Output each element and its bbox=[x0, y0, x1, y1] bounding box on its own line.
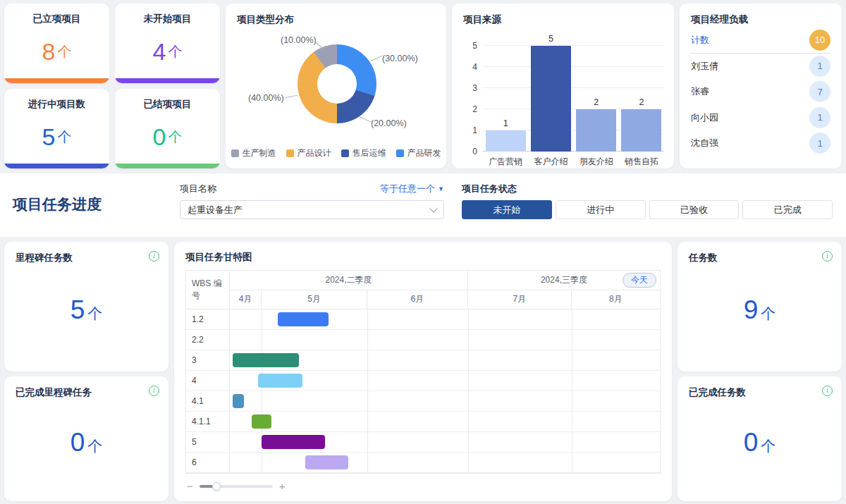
info-icon[interactable]: i bbox=[149, 251, 159, 262]
gantt-wbs-cell: 3 bbox=[186, 350, 229, 371]
gantt-wbs-header: WBS 编号 bbox=[186, 271, 230, 309]
donut-leader-line bbox=[371, 56, 382, 61]
metric-value: 5个 bbox=[4, 295, 168, 325]
gantt-row bbox=[230, 453, 660, 473]
bar[interactable] bbox=[486, 130, 526, 152]
gantt-quarter-label: 2024,二季度 bbox=[230, 271, 468, 290]
gantt-quarter-row: 2024,二季度2024,三季度 bbox=[230, 271, 660, 290]
zoom-in-icon[interactable]: + bbox=[279, 479, 286, 493]
stat-card-accent-bar bbox=[4, 164, 109, 168]
gantt-month-row: 4月5月6月7月8月 bbox=[230, 290, 660, 310]
stat-card-not-started: 未开始项目 4个 bbox=[115, 4, 220, 83]
gantt-task-bar[interactable] bbox=[278, 312, 328, 326]
project-name-label: 项目名称 bbox=[180, 183, 216, 195]
project-stat-cards: 已立项项目 8个 未开始项目 4个 进行中项目数 5个 已结项项目 0个 bbox=[4, 4, 220, 168]
legend-label: 产品研发 bbox=[407, 147, 441, 159]
gantt-month-label: 6月 bbox=[367, 290, 468, 310]
gantt-title: 项目任务甘特图 bbox=[185, 251, 661, 264]
info-icon[interactable]: i bbox=[822, 386, 833, 396]
bar-chart-title: 项目来源 bbox=[452, 4, 674, 26]
legend-item[interactable]: 产品研发 bbox=[396, 147, 441, 159]
manager-row[interactable]: 张睿7 bbox=[691, 79, 830, 105]
manager-row[interactable]: 沈自强1 bbox=[691, 130, 830, 156]
gantt-task-bar[interactable] bbox=[262, 435, 325, 449]
dashboard-page: 已立项项目 8个 未开始项目 4个 进行中项目数 5个 已结项项目 0个 项目类… bbox=[0, 0, 846, 504]
y-axis-tick-label: 1 bbox=[472, 125, 477, 135]
gantt-row bbox=[230, 412, 660, 432]
stat-card-established: 已立项项目 8个 bbox=[4, 4, 109, 83]
manager-name: 计数 bbox=[691, 34, 709, 47]
legend-label: 生产制造 bbox=[243, 147, 276, 159]
info-icon[interactable]: i bbox=[822, 251, 833, 262]
bar-columns: 1522 bbox=[483, 46, 664, 152]
bar-value-label: 1 bbox=[486, 118, 526, 128]
stat-card-value: 4个 bbox=[153, 25, 183, 78]
legend-item[interactable]: 生产制造 bbox=[231, 147, 276, 159]
bar[interactable] bbox=[531, 46, 571, 152]
bar-column: 5 bbox=[531, 46, 571, 152]
status-button-accepted[interactable]: 已验收 bbox=[649, 200, 740, 219]
legend-swatch-icon bbox=[286, 149, 294, 157]
status-button-not-started[interactable]: 未开始 bbox=[462, 200, 552, 219]
zoom-slider-handle[interactable] bbox=[212, 482, 221, 491]
bar-value-label: 2 bbox=[576, 97, 616, 107]
operator-dropdown[interactable]: 等于任意一个 ▼ bbox=[380, 183, 444, 195]
bar-column: 2 bbox=[621, 46, 661, 152]
manager-row[interactable]: 刘玉倩1 bbox=[691, 54, 830, 80]
status-button-in-progress[interactable]: 进行中 bbox=[556, 200, 646, 219]
today-button[interactable]: 今天 bbox=[623, 273, 656, 288]
status-button-completed[interactable]: 已完成 bbox=[742, 200, 833, 219]
metric-value: 0个 bbox=[678, 428, 842, 457]
donut-chart: (10.00%) (40.00%) (20.00%) (30.00%) bbox=[226, 26, 446, 142]
info-icon[interactable]: i bbox=[149, 386, 159, 396]
task-status-label: 项目任务状态 bbox=[462, 183, 517, 195]
gantt-wbs-cell: 4 bbox=[186, 371, 229, 391]
project-type-donut-card: 项目类型分布 (10.00%) (40.00%) (20.00%) (30.00… bbox=[226, 4, 446, 168]
completed-milestone-card: 已完成里程碑任务 i 0个 bbox=[4, 376, 168, 501]
stat-card-value: 0个 bbox=[153, 111, 183, 163]
legend-swatch-icon bbox=[231, 149, 239, 157]
bar[interactable] bbox=[576, 109, 616, 152]
manager-count-badge: 1 bbox=[809, 133, 830, 154]
gantt-time-header: 2024,二季度2024,三季度 4月5月6月7月8月 今天 bbox=[230, 271, 660, 309]
gantt-task-bar[interactable] bbox=[305, 455, 349, 469]
stat-card-accent-bar bbox=[115, 78, 220, 83]
gantt-wbs-cell: 6 bbox=[186, 453, 229, 473]
gantt-row bbox=[230, 391, 660, 412]
gantt-wbs-cell: 2.2 bbox=[186, 330, 229, 350]
task-status-filter: 项目任务状态 未开始 进行中 已验收 已完成 bbox=[462, 183, 833, 226]
manager-row[interactable]: 计数10 bbox=[691, 27, 830, 54]
project-name-select[interactable]: 起重设备生产 bbox=[180, 200, 444, 219]
legend-swatch-icon bbox=[396, 149, 404, 157]
task-progress-filter-band: 项目任务进度 项目名称 等于任意一个 ▼ 起重设备生产 项目任务状态 未开始 进… bbox=[0, 173, 846, 237]
donut-label-30pct: (30.00%) bbox=[382, 54, 418, 63]
y-axis-tick-label: 0 bbox=[472, 147, 477, 156]
gantt-task-bar[interactable] bbox=[258, 374, 302, 388]
gantt-task-bar[interactable] bbox=[252, 414, 272, 429]
y-axis-tick-label: 5 bbox=[472, 41, 477, 51]
gantt-body: 1.22.2344.14.1.156 bbox=[186, 309, 660, 473]
manager-name: 沈自强 bbox=[691, 137, 718, 149]
gantt-wbs-cell: 4.1.1 bbox=[186, 412, 229, 432]
legend-item[interactable]: 售后运维 bbox=[341, 147, 386, 159]
completed-task-card: 已完成任务数 i 0个 bbox=[678, 376, 842, 501]
metric-title: 里程碑任务数 bbox=[4, 242, 168, 264]
legend-item[interactable]: 产品设计 bbox=[286, 147, 331, 159]
donut-label-20pct: (20.00%) bbox=[371, 118, 407, 128]
gantt-month-label: 5月 bbox=[262, 290, 367, 310]
gantt-task-bar[interactable] bbox=[233, 353, 299, 367]
gantt-table: WBS 编号 2024,二季度2024,三季度 4月5月6月7月8月 今天 1.… bbox=[185, 270, 661, 474]
milestone-count-card: 里程碑任务数 i 5个 bbox=[4, 242, 168, 371]
task-status-buttons: 未开始 进行中 已验收 已完成 bbox=[462, 200, 833, 219]
manager-row[interactable]: 向小园1 bbox=[691, 105, 830, 131]
metric-title: 已完成里程碑任务 bbox=[4, 376, 168, 399]
zoom-out-icon[interactable]: − bbox=[187, 479, 193, 493]
zoom-slider-track[interactable] bbox=[200, 485, 273, 488]
y-axis-tick-label: 4 bbox=[472, 62, 477, 72]
bar-column: 1 bbox=[486, 46, 526, 152]
donut-label-10pct: (10.00%) bbox=[281, 35, 317, 45]
donut-ring[interactable] bbox=[298, 44, 376, 123]
gantt-month-label: 8月 bbox=[572, 290, 660, 310]
gantt-task-bar[interactable] bbox=[233, 394, 244, 408]
bar[interactable] bbox=[621, 109, 661, 152]
